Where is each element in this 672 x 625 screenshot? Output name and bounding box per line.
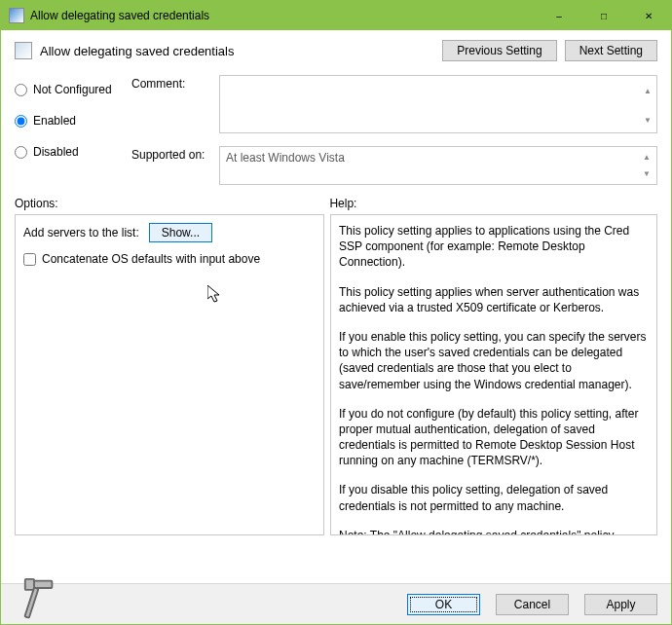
app-icon <box>9 8 24 23</box>
supported-on-label: Supported on: <box>131 146 219 185</box>
scroll-up-icon[interactable]: ▲ <box>640 77 655 106</box>
help-paragraph: This policy setting applies to applicati… <box>339 223 649 271</box>
next-setting-button[interactable]: Next Setting <box>565 40 657 61</box>
scroll-up-icon[interactable]: ▲ <box>639 149 654 165</box>
ok-button[interactable]: OK <box>407 594 480 615</box>
help-paragraph: If you do not configure (by default) thi… <box>339 406 649 469</box>
options-label: Options: <box>15 197 329 210</box>
comment-scrollbar[interactable]: ▲ ▼ <box>640 77 655 134</box>
dialog-footer: OK Cancel Apply <box>1 583 671 624</box>
help-paragraph: This policy setting applies when server … <box>339 284 649 315</box>
help-paragraph: Note: The "Allow delegating saved creden… <box>339 528 649 535</box>
help-label: Help: <box>329 197 644 210</box>
radio-disabled-label: Disabled <box>33 145 79 159</box>
window-title: Allow delegating saved credentials <box>30 9 537 22</box>
supported-on-scrollbar[interactable]: ▲ ▼ <box>639 149 654 182</box>
show-button[interactable]: Show... <box>149 223 212 242</box>
concat-checkbox-label: Concatenate OS defaults with input above <box>42 252 260 266</box>
cancel-button[interactable]: Cancel <box>496 594 569 615</box>
radio-disabled[interactable]: Disabled <box>15 145 131 159</box>
page-title: Allow delegating saved credentials <box>40 44 434 58</box>
state-radio-group: Not Configured Enabled Disabled <box>15 75 131 185</box>
concat-checkbox[interactable] <box>23 253 36 266</box>
radio-not-configured-input[interactable] <box>15 84 27 96</box>
comment-field[interactable] <box>219 75 657 133</box>
maximize-button[interactable]: □ <box>581 1 626 30</box>
apply-button[interactable]: Apply <box>584 594 657 615</box>
titlebar: Allow delegating saved credentials – □ ✕ <box>1 1 671 30</box>
scroll-down-icon[interactable]: ▼ <box>639 165 654 182</box>
help-pane[interactable]: This policy setting applies to applicati… <box>330 214 657 535</box>
policy-icon <box>15 42 32 59</box>
help-paragraph: If you enable this policy setting, you c… <box>339 329 649 392</box>
comment-label: Comment: <box>131 75 219 136</box>
add-servers-label: Add servers to the list: <box>23 226 139 239</box>
supported-on-value: At least Windows Vista <box>226 151 345 165</box>
close-button[interactable]: ✕ <box>626 1 671 30</box>
minimize-button[interactable]: – <box>537 1 581 30</box>
radio-not-configured[interactable]: Not Configured <box>15 83 131 96</box>
help-paragraph: If you disable this policy setting, dele… <box>339 482 649 513</box>
radio-enabled[interactable]: Enabled <box>15 114 131 128</box>
previous-setting-button[interactable]: Previous Setting <box>442 40 556 61</box>
concat-checkbox-row[interactable]: Concatenate OS defaults with input above <box>23 252 316 266</box>
radio-disabled-input[interactable] <box>15 146 27 159</box>
window-controls: – □ ✕ <box>537 1 671 30</box>
radio-enabled-input[interactable] <box>15 115 27 128</box>
options-pane: Add servers to the list: Show... Concate… <box>15 214 324 535</box>
radio-enabled-label: Enabled <box>33 114 76 128</box>
scroll-down-icon[interactable]: ▼ <box>640 106 655 135</box>
supported-on-field: At least Windows Vista ▲ ▼ <box>219 146 657 185</box>
radio-not-configured-label: Not Configured <box>33 83 112 96</box>
